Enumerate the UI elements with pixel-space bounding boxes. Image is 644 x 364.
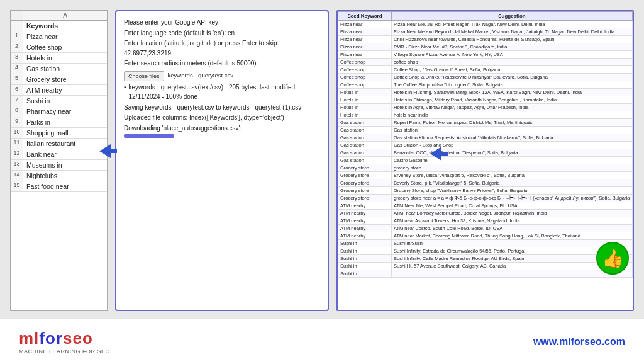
cell-keyword: Coffee shop bbox=[23, 42, 107, 52]
result-suggestion: Benzostat OCC, shop "Veterinar Tiespeton… bbox=[391, 149, 632, 157]
result-suggestion: Rupert Farm, Potron Morvannapax, Distric… bbox=[391, 119, 632, 127]
result-suggestion: Gas Station - Stop and Shop bbox=[391, 142, 632, 149]
result-suggestion: Gas station bbox=[391, 127, 632, 134]
table-row: Hotels in Hotels in Shimoga, Military Ro… bbox=[338, 96, 633, 104]
spreadsheet-header: A bbox=[11, 11, 107, 21]
content-area: A Keywords 1 Pizza near 2 Coffee shop 3 … bbox=[0, 0, 644, 319]
sheet-row: 9 Parks in bbox=[11, 117, 107, 128]
logo-seo: seo bbox=[63, 329, 93, 348]
table-row: ATM nearby ATM, near Bombay Motor Circle… bbox=[338, 210, 633, 217]
cell-keyword: Grocery store bbox=[23, 74, 107, 84]
terminal-line: Please enter your Google API key: bbox=[124, 18, 320, 28]
terminal-panel: Please enter your Google API key:Enter l… bbox=[115, 10, 329, 311]
result-suggestion: ATM near Ashwani Towers, Hm 38, Krishna,… bbox=[391, 217, 632, 225]
col-a-label: A bbox=[23, 11, 107, 20]
table-row: Gas station Rupert Farm, Potron Morvanna… bbox=[338, 119, 633, 127]
row-num: 6 bbox=[11, 85, 23, 95]
progress-bar bbox=[124, 134, 174, 138]
result-suggestion: Gas station Klimov Requests, Aristocrat … bbox=[391, 134, 632, 142]
file-name-label: keywords - querytest.csv bbox=[168, 71, 234, 81]
result-keyword: ATM nearby bbox=[338, 217, 392, 225]
cell-keyword: Nightclubs bbox=[23, 171, 107, 181]
result-suggestion: Sushi Hi, 57 Avenue Southwest, Calgary, … bbox=[391, 263, 632, 270]
sheet-row: 8 Pharmacy near bbox=[11, 106, 107, 117]
result-keyword: Hotels in bbox=[338, 96, 392, 104]
cell-keyword: Sushi in bbox=[23, 96, 107, 106]
result-suggestion: Pizza Near Me and Beyond, Jal Mahal Mark… bbox=[391, 28, 632, 36]
sheet-row: 11 Italian restaurant bbox=[11, 139, 107, 149]
sheet-row: Keywords bbox=[11, 21, 107, 31]
sheet-rows: Keywords 1 Pizza near 2 Coffee shop 3 Ho… bbox=[11, 21, 107, 192]
results-table: Seed Keyword Suggestion Pizza near Pizza… bbox=[338, 11, 633, 278]
row-num: 10 bbox=[11, 128, 23, 138]
sheet-row: 2 Coffee shop bbox=[11, 42, 107, 53]
terminal-lines: Please enter your Google API key:Enter l… bbox=[124, 18, 320, 69]
result-keyword: Grocery store bbox=[338, 164, 392, 172]
result-suggestion: ATM, near Bombay Motor Circle, Balder Na… bbox=[391, 210, 632, 217]
table-row: Grocery store grocery store bbox=[338, 164, 633, 172]
col-seed-keyword: Seed Keyword bbox=[338, 12, 392, 21]
result-keyword: ATM nearby bbox=[338, 232, 392, 240]
sheet-row: 15 Fast food near bbox=[11, 181, 107, 192]
result-suggestion: Beverly Store, p.k. "Vladislavget" 5, So… bbox=[391, 179, 632, 187]
svg-marker-1 bbox=[430, 147, 448, 161]
sheet-row: 7 Sushi in bbox=[11, 96, 107, 106]
logo-for: for bbox=[39, 329, 63, 348]
table-row: Sushi in ... bbox=[338, 270, 633, 278]
footer: mlforseo machine learning for seo www.ml… bbox=[0, 319, 644, 364]
result-keyword: Pizza near bbox=[338, 43, 392, 51]
result-suggestion: Village Square Pizza, Avenue A, New York… bbox=[391, 51, 632, 59]
table-row: Gas station Gas station bbox=[338, 127, 633, 134]
result-suggestion: ATM Near Me, West Sempal Road, Coral Spr… bbox=[391, 202, 632, 210]
corner-cell bbox=[11, 11, 23, 20]
main-container: A Keywords 1 Pizza near 2 Coffee shop 3 … bbox=[0, 0, 644, 364]
choose-file-button[interactable]: Choose files bbox=[124, 71, 164, 81]
table-row: Gas station Castro Gasoline bbox=[338, 157, 633, 164]
row-num: 11 bbox=[11, 139, 23, 149]
sheet-row: 1 Pizza near bbox=[11, 31, 107, 42]
progress-bar-container bbox=[124, 134, 320, 138]
cell-keyword: ATM nearby bbox=[23, 85, 107, 95]
row-num: 12 bbox=[11, 149, 23, 159]
result-suggestion: ATM near Costco, South Cole Road, Boise,… bbox=[391, 225, 632, 232]
result-keyword: Gas station bbox=[338, 127, 392, 134]
table-row: Gas station Gas Station - Stop and Shop bbox=[338, 142, 633, 149]
cell-keyword: Gas station bbox=[23, 64, 107, 74]
result-suggestion: The Coffee Shop, ulitsa "Li ri nguen", S… bbox=[391, 81, 632, 89]
result-suggestion: coffee shop bbox=[391, 59, 632, 66]
result-suggestion: grocery store bbox=[391, 164, 632, 172]
sheet-row: 5 Grocery store bbox=[11, 74, 107, 85]
sheet-row: 13 Museums in bbox=[11, 160, 107, 171]
logo-ml: ml bbox=[19, 329, 39, 348]
cell-keyword: Italian restaurant bbox=[23, 139, 107, 149]
table-row: Pizza near Pizza Near Me and Beyond, Jal… bbox=[338, 28, 633, 36]
table-row: Hotels in Hotels in Flushing, Saraswati … bbox=[338, 89, 633, 96]
row-num: 7 bbox=[11, 96, 23, 106]
website-link[interactable]: www.mlforseo.com bbox=[533, 336, 625, 348]
result-suggestion: Sushi in/Sushi bbox=[391, 240, 632, 247]
result-suggestion: PMR - Pizza Near Me, #8, Sector 8, Chand… bbox=[391, 43, 632, 51]
table-row: Gas station Benzostat OCC, shop "Veterin… bbox=[338, 149, 633, 157]
bullet-text: keywords - querytest.csv(text/csv) - 205… bbox=[129, 82, 320, 102]
table-row: Pizza near Chilli Pizzanova near towards… bbox=[338, 36, 633, 43]
result-keyword: ATM nearby bbox=[338, 210, 392, 217]
terminal-bullet-line: keywords - querytest.csv(text/csv) - 205… bbox=[124, 82, 320, 102]
right-arrow-icon bbox=[430, 147, 448, 163]
result-keyword: ATM nearby bbox=[338, 225, 392, 232]
col-suggestion: Suggestion bbox=[391, 12, 632, 21]
file-upload-row[interactable]: Choose files keywords - querytest.csv bbox=[124, 71, 320, 81]
left-arrow-icon bbox=[99, 144, 117, 162]
row-num: 2 bbox=[11, 42, 23, 52]
terminal-upload-line: Uploaded file columns: Index(['Keywords'… bbox=[124, 113, 320, 123]
table-row: Coffee shop coffee shop bbox=[338, 59, 633, 66]
logo-tagline: machine learning for seo bbox=[19, 348, 110, 355]
result-keyword: Sushi in bbox=[338, 247, 392, 255]
svg-marker-0 bbox=[99, 144, 117, 158]
result-keyword: Sushi in bbox=[338, 270, 392, 278]
table-row: Grocery store Beverly Store, p.k. "Vladi… bbox=[338, 179, 633, 187]
terminal-save-line: Saving keywords - querytest.csv to keywo… bbox=[124, 103, 320, 113]
sheet-row: 10 Shopping mall bbox=[11, 128, 107, 139]
row-num: 15 bbox=[11, 181, 23, 191]
row-num: 1 bbox=[11, 31, 23, 42]
cell-keyword: Keywords bbox=[23, 21, 107, 31]
